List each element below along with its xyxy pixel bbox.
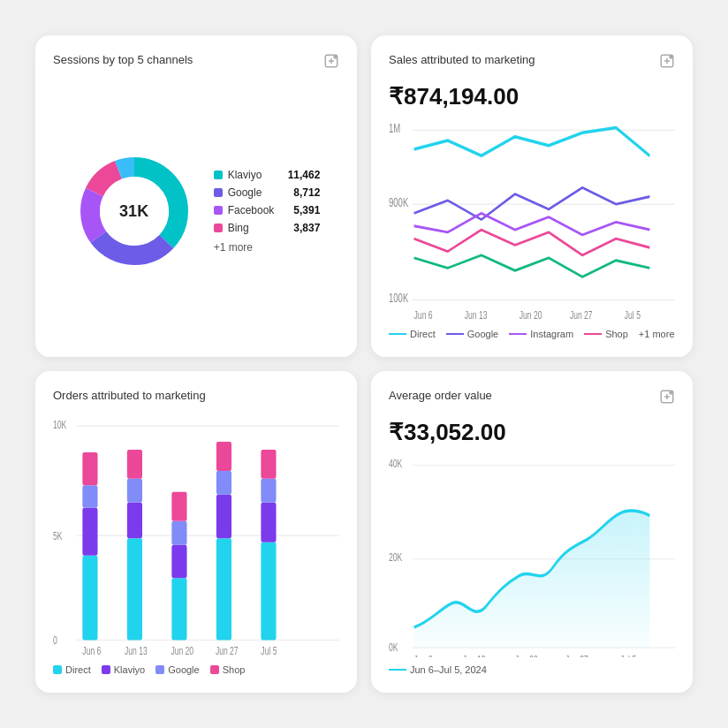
google-line: [446, 333, 464, 335]
avg-order-value: ₹33,052.00: [389, 419, 675, 446]
legend-item-bing: Bing 3,837: [214, 222, 321, 234]
sales-more[interactable]: +1 more: [639, 329, 675, 339]
orders-bar-chart-area: 10K 5K 0: [53, 413, 339, 657]
svg-text:Jun 6: Jun 6: [414, 653, 433, 657]
google-legend: Google: [446, 329, 498, 339]
sales-chart-area: 1M 900K 100K Jun 6 Jun 13 Jun 20 Jun 27 …: [389, 118, 675, 322]
svg-rect-44: [261, 503, 276, 542]
svg-point-1: [333, 55, 337, 59]
svg-text:20K: 20K: [389, 551, 402, 564]
svg-rect-34: [127, 450, 142, 479]
svg-rect-38: [171, 492, 186, 521]
orders-klaviyo-label: Klaviyo: [114, 664, 145, 675]
facebook-label: Facebook: [228, 204, 275, 216]
svg-rect-32: [127, 503, 142, 538]
shop-legend: Shop: [584, 329, 628, 339]
orders-card-header: Orders attributed to marketing: [53, 389, 339, 402]
svg-point-9: [669, 55, 673, 59]
svg-rect-45: [261, 479, 276, 503]
direct-legend: Direct: [389, 329, 436, 339]
svg-rect-35: [171, 578, 186, 640]
svg-text:Jul 5: Jul 5: [261, 644, 277, 656]
svg-text:5K: 5K: [53, 529, 63, 542]
svg-text:Jul 5: Jul 5: [625, 308, 641, 321]
svg-rect-29: [82, 485, 97, 507]
sales-legend-row: Direct Google Instagram Shop +1 more: [389, 329, 675, 339]
orders-shop-legend: Shop: [210, 664, 246, 675]
export-icon[interactable]: [323, 53, 339, 72]
orders-klaviyo-dot: [102, 665, 110, 674]
donut-content: 31K Klaviyo 11,462 Google 8,712 Facebook…: [53, 83, 339, 339]
avg-order-legend-item: Jun 6–Jul 5, 2024: [389, 664, 487, 675]
orders-google-label: Google: [168, 664, 199, 675]
dashboard: Sessions by top 5 channels: [0, 0, 728, 728]
svg-rect-33: [127, 479, 142, 503]
sessions-card-header: Sessions by top 5 channels: [53, 53, 339, 72]
google-value: 8,712: [279, 186, 320, 199]
avg-order-legend-label: Jun 6–Jul 5, 2024: [410, 664, 487, 675]
sessions-legend: Klaviyo 11,462 Google 8,712 Facebook 5,3…: [214, 169, 321, 254]
donut-center-value: 31K: [119, 202, 148, 221]
orders-card: Orders attributed to marketing 10K 5K 0: [35, 371, 357, 693]
legend-item-klaviyo: Klaviyo 11,462: [214, 169, 321, 181]
instagram-label: Instagram: [530, 329, 573, 339]
svg-text:100K: 100K: [389, 291, 409, 306]
direct-line: [389, 333, 406, 335]
avg-order-export-icon[interactable]: [659, 389, 675, 408]
klaviyo-value: 11,462: [274, 169, 321, 181]
sales-value: ₹874,194.00: [389, 83, 675, 110]
svg-text:Jun 20: Jun 20: [519, 308, 542, 321]
shop-line: [584, 333, 602, 335]
sales-more-label: +1 more: [639, 329, 675, 339]
svg-rect-40: [216, 495, 231, 538]
sessions-more[interactable]: +1 more: [214, 241, 321, 254]
svg-text:0: 0: [53, 633, 57, 646]
instagram-line: [509, 333, 527, 335]
direct-label: Direct: [410, 329, 436, 339]
svg-text:Jun 27: Jun 27: [570, 308, 593, 321]
orders-bar-chart: 10K 5K 0: [53, 413, 339, 657]
klaviyo-dot: [214, 171, 223, 179]
sales-line-chart: 1M 900K 100K Jun 6 Jun 13 Jun 20 Jun 27 …: [389, 118, 675, 322]
svg-rect-27: [82, 556, 97, 641]
svg-text:Jun 27: Jun 27: [216, 644, 239, 656]
svg-text:0K: 0K: [389, 641, 398, 654]
svg-rect-39: [216, 538, 231, 640]
svg-rect-28: [82, 508, 97, 556]
svg-rect-46: [261, 450, 276, 479]
orders-direct-label: Direct: [65, 664, 91, 675]
sales-title: Sales attributed to marketing: [389, 53, 535, 66]
orders-direct-legend: Direct: [53, 664, 91, 675]
sessions-title: Sessions by top 5 channels: [53, 53, 193, 66]
svg-text:Jun 20: Jun 20: [171, 644, 193, 656]
avg-order-card: Average order value ₹33,052.00 40K 20K 0…: [371, 371, 693, 693]
avg-order-title: Average order value: [389, 389, 492, 402]
svg-text:Jun 27: Jun 27: [565, 653, 588, 657]
google-dot: [214, 188, 223, 197]
svg-text:Jun 6: Jun 6: [414, 308, 433, 321]
svg-text:1M: 1M: [389, 121, 400, 136]
svg-rect-30: [82, 452, 97, 485]
legend-item-facebook: Facebook 5,391: [214, 204, 321, 216]
svg-text:Jun 20: Jun 20: [515, 653, 538, 657]
facebook-value: 5,391: [279, 204, 320, 216]
bing-value: 3,837: [279, 222, 320, 234]
svg-text:Jun 6: Jun 6: [82, 644, 101, 656]
sessions-card: Sessions by top 5 channels: [35, 35, 357, 357]
svg-rect-42: [216, 442, 231, 471]
avg-order-line-legend: [389, 669, 406, 671]
avg-order-legend-row: Jun 6–Jul 5, 2024: [389, 664, 675, 675]
svg-text:40K: 40K: [389, 458, 402, 470]
svg-text:Jun 13: Jun 13: [125, 644, 148, 656]
bing-dot: [214, 224, 223, 232]
svg-text:10K: 10K: [53, 418, 67, 430]
avg-order-chart-area: 40K 20K 0K Jun 6 Jun 13 Jun 20 Jun 27 Ju…: [389, 453, 675, 657]
svg-text:Jun 13: Jun 13: [463, 653, 486, 657]
orders-legend-row: Direct Klaviyo Google Shop: [53, 664, 339, 675]
sales-export-icon[interactable]: [659, 53, 675, 72]
orders-klaviyo-legend: Klaviyo: [102, 664, 145, 675]
sales-card: Sales attributed to marketing ₹874,194.0…: [371, 35, 693, 357]
google-label: Google: [228, 186, 262, 199]
svg-text:Jul 5: Jul 5: [620, 653, 636, 657]
orders-title: Orders attributed to marketing: [53, 389, 206, 402]
